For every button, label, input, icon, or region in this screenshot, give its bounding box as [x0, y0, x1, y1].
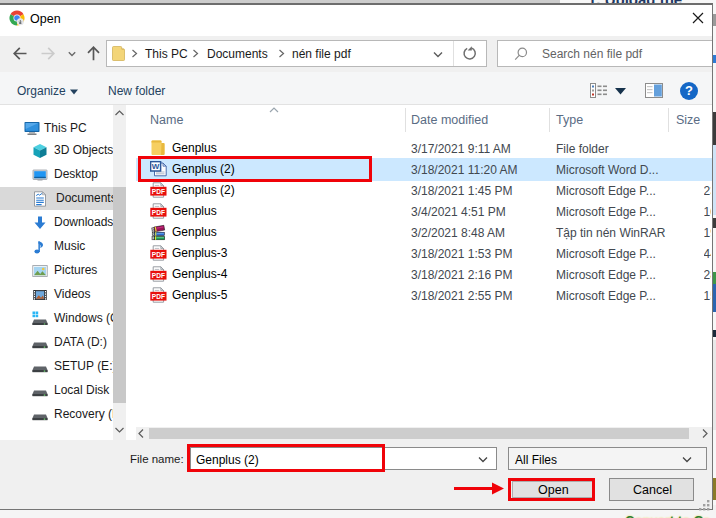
svg-text:PDF: PDF [152, 293, 165, 300]
svg-text:PDF: PDF [152, 188, 165, 195]
svg-text:PDF: PDF [152, 272, 165, 279]
svg-text:PDF: PDF [152, 209, 165, 216]
svg-text:PDF: PDF [152, 251, 165, 258]
